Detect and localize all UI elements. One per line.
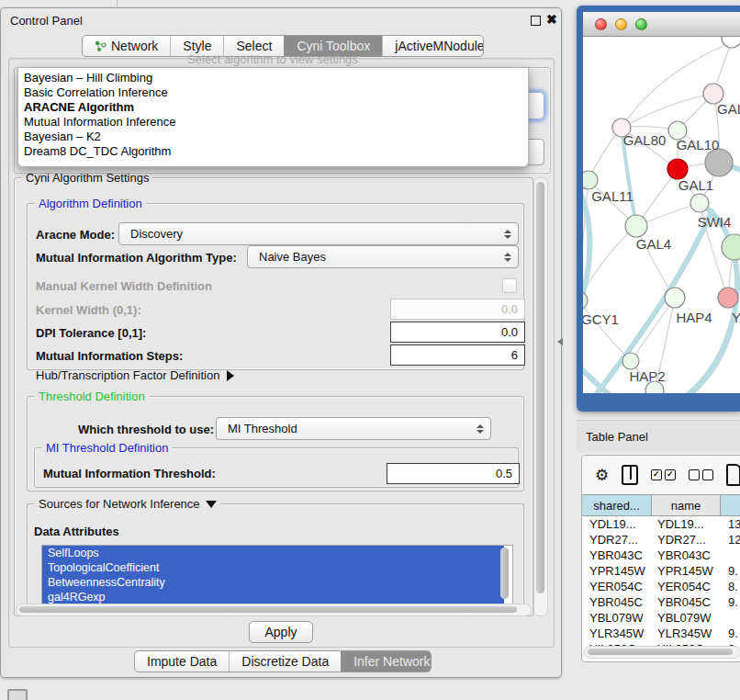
mi-steps-field[interactable]: 6	[390, 344, 525, 366]
cell-name: YER054C	[654, 580, 724, 593]
list-item[interactable]: gal4RGexp	[42, 590, 504, 604]
list-vscrollbar-thumb[interactable]	[500, 548, 509, 599]
control-panel-window: Control Panel ✖ Network Style Select	[0, 7, 562, 678]
bottom-left-partial-icon[interactable]	[7, 689, 28, 700]
table-hscrollbar-thumb[interactable]	[588, 649, 733, 655]
list-item[interactable]: SelfLoops	[42, 546, 504, 560]
spinner-icon	[501, 253, 514, 262]
select-all-checks-icon[interactable]: ✓✓	[651, 469, 676, 480]
node-label: HAP2	[629, 368, 665, 384]
settings-vscrollbar[interactable]	[533, 177, 548, 616]
aracne-mode-select[interactable]: Discovery	[118, 222, 519, 245]
table-panel-strip: Table Panel	[577, 420, 740, 452]
mi-type-value: Naive Bayes	[248, 250, 501, 264]
split-divider-arrow-icon[interactable]	[557, 338, 563, 345]
node-label: GAL1	[678, 177, 713, 193]
deselect-all-checks-icon[interactable]	[689, 469, 713, 480]
tab-discretize-data-label: Discretize Data	[241, 654, 329, 669]
settings-hscrollbar-thumb[interactable]	[19, 606, 517, 613]
expand-arrow-icon	[206, 501, 217, 508]
table-row[interactable]: YPR145W YPR145W 9.	[582, 563, 740, 579]
sources-group-title-wrap[interactable]: Sources for Network Inference	[35, 497, 220, 511]
network-tab-icon	[95, 40, 107, 52]
dropdown-item[interactable]: Basic Correlation Inference	[18, 85, 528, 100]
manual-kernel-checkbox[interactable]	[502, 278, 517, 293]
panel-title: Control Panel	[10, 14, 83, 28]
apply-button[interactable]: Apply	[249, 621, 313, 643]
mac-close-icon[interactable]	[595, 18, 607, 30]
algorithm-dropdown-popup: Bayesian – Hill Climbing Basic Correlati…	[17, 67, 529, 167]
table-row[interactable]: YDL19... YDL19... 13	[582, 516, 740, 532]
network-window-titlebar[interactable]	[583, 12, 740, 37]
cell-name: YBL079W	[654, 611, 724, 625]
threshold-definition-title: Threshold Definition	[35, 390, 149, 403]
cell-extra: 8.	[724, 580, 740, 593]
column-header-extra[interactable]	[721, 494, 740, 516]
tab-discretize-data[interactable]: Discretize Data	[229, 651, 341, 672]
algorithm-definition-title: Algorithm Definition	[35, 197, 146, 210]
cell-extra: 9.	[724, 564, 740, 578]
table-header: shared... name	[582, 494, 740, 516]
mi-type-select[interactable]: Naive Bayes	[247, 245, 519, 268]
algorithm-select[interactable]: Select algorithm to view settings	[17, 52, 528, 66]
float-icon[interactable]	[531, 16, 541, 26]
hub-definition-section[interactable]: Hub/Transcription Factor Definition	[36, 368, 234, 382]
node-label: Y	[732, 310, 740, 325]
table-row[interactable]: YBR045C YBR045C 9.	[582, 594, 740, 610]
kernel-width-field[interactable]: 0.0	[390, 299, 525, 320]
mac-zoom-icon[interactable]	[635, 18, 647, 30]
dropdown-item[interactable]: Bayesian – Hill Climbing	[18, 71, 528, 85]
new-table-icon[interactable]	[726, 464, 740, 486]
cell-name: YPR145W	[654, 564, 724, 578]
manual-kernel-label: Manual Kernel Width Definition	[36, 279, 212, 293]
mac-minimize-icon[interactable]	[615, 18, 627, 30]
column-header-name[interactable]: name	[652, 494, 721, 516]
data-attributes-label: Data Attributes	[34, 525, 119, 538]
dropdown-item[interactable]: Mutual Information Inference	[18, 115, 528, 130]
gear-icon[interactable]: ⚙	[595, 466, 609, 485]
list-item[interactable]: TopologicalCoefficient	[42, 560, 504, 575]
table-row[interactable]: YDR27... YDR27... 12	[582, 532, 740, 548]
dpi-tolerance-field[interactable]: 0.0	[390, 322, 525, 343]
mi-threshold-group-title: MI Threshold Definition	[42, 441, 172, 455]
cell-name: YLR345W	[654, 627, 724, 640]
node-label: GCY1	[583, 311, 619, 327]
network-canvas[interactable]: GAL GAL80 GAL10 GAL1 GAL11 SWI4 GAL4 GCY…	[583, 37, 740, 393]
close-icon[interactable]: ✖	[546, 14, 557, 25]
mi-type-label: Mutual Information Algorithm Type:	[36, 251, 237, 265]
list-item[interactable]: BetweennessCentrality	[42, 575, 504, 590]
dropdown-item[interactable]: Bayesian – K2	[18, 130, 528, 144]
settings-hscrollbar[interactable]	[16, 604, 532, 616]
table-hscrollbar[interactable]	[584, 646, 740, 659]
table-row[interactable]: YLR345W YLR345W 9.	[582, 626, 740, 641]
dropdown-item-selected[interactable]: ARACNE Algorithm	[18, 100, 528, 115]
node-label: SWI4	[698, 214, 732, 230]
tab-select-label: Select	[236, 39, 272, 53]
tab-impute-data[interactable]: Impute Data	[135, 651, 229, 672]
network-node-labels: GAL GAL80 GAL10 GAL1 GAL11 SWI4 GAL4 GCY…	[583, 101, 740, 384]
tab-infer-network[interactable]: Infer Network	[341, 651, 432, 672]
mi-threshold-field[interactable]: 0.5	[387, 463, 520, 484]
table-row[interactable]: YBL079W YBL079W	[582, 610, 740, 626]
cell-name: YDR27...	[654, 533, 724, 547]
table-row[interactable]: YER054C YER054C 8.	[582, 579, 740, 594]
tab-style-label: Style	[183, 39, 211, 53]
cell-shared: YLR345W	[582, 627, 654, 640]
column-header-shared[interactable]: shared...	[582, 494, 652, 516]
collapse-arrow-icon	[227, 370, 234, 381]
table-row[interactable]: YBR043C YBR043C	[582, 548, 740, 563]
dropdown-item[interactable]: Dream8 DC_TDC Algorithm	[18, 144, 528, 159]
mi-steps-label: Mutual Information Steps:	[36, 349, 183, 363]
data-attributes-list: SelfLoops TopologicalCoefficient Between…	[41, 545, 513, 609]
tab-jactivemnodules-label: jActiveMNodules	[395, 39, 484, 53]
node-label: GAL10	[677, 137, 720, 152]
cell-extra: 9.	[724, 595, 740, 609]
settings-vscrollbar-thumb[interactable]	[536, 182, 544, 593]
columns-icon[interactable]	[622, 465, 638, 485]
which-threshold-select[interactable]: MI Threshold	[216, 417, 491, 440]
cell-name: YBR043C	[654, 548, 724, 562]
bottom-tabbar: Impute Data Discretize Data Infer Networ…	[134, 650, 432, 672]
node-label: GAL11	[591, 188, 633, 204]
cell-name: YBR045C	[654, 595, 724, 609]
cell-extra: 9.	[724, 627, 740, 640]
